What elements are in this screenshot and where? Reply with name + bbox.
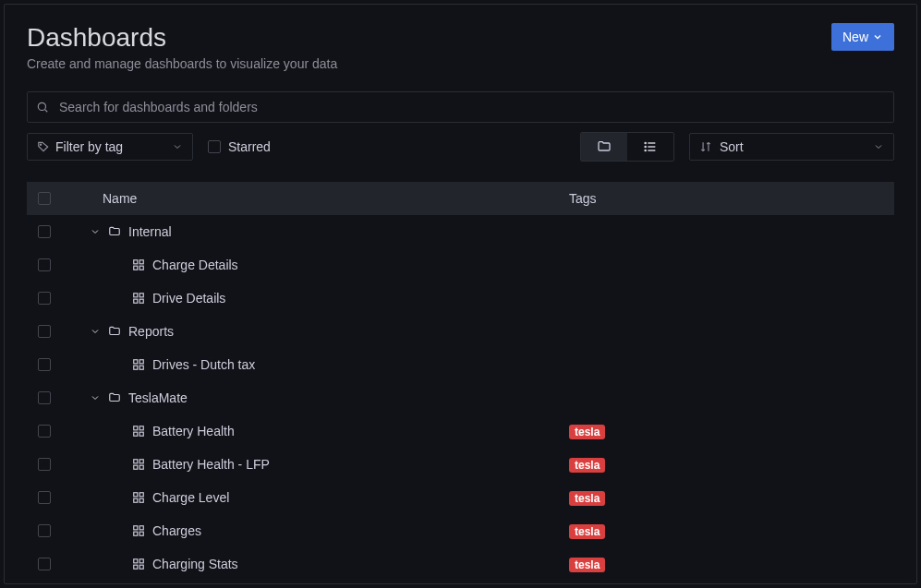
- row-tags: tesla: [569, 490, 883, 506]
- dashboard-icon: [132, 458, 145, 471]
- svg-rect-34: [139, 526, 143, 530]
- tag-badge[interactable]: tesla: [569, 491, 605, 506]
- svg-rect-35: [134, 532, 138, 535]
- row-label: Charging Stats: [152, 557, 238, 571]
- dashboard-row[interactable]: Drives - Dutch tax: [27, 348, 894, 381]
- svg-rect-24: [139, 432, 143, 436]
- dashboard-row[interactable]: Battery Health - LFPtesla: [27, 448, 894, 481]
- row-checkbox[interactable]: [38, 425, 51, 438]
- page-title: Dashboards: [27, 23, 166, 53]
- svg-rect-29: [134, 493, 138, 497]
- starred-checkbox[interactable]: [208, 140, 221, 153]
- svg-rect-26: [139, 460, 143, 463]
- svg-rect-40: [139, 565, 143, 569]
- folder-view-button[interactable]: [581, 133, 627, 161]
- sort-select[interactable]: Sort: [689, 133, 894, 161]
- dashboard-row[interactable]: Charging Statstesla: [27, 547, 894, 581]
- svg-rect-27: [134, 465, 138, 469]
- chevron-down-icon[interactable]: [90, 226, 101, 237]
- svg-rect-9: [134, 260, 138, 264]
- starred-label: Starred: [228, 139, 271, 154]
- dashboard-row[interactable]: Battery Healthtesla: [27, 414, 894, 448]
- view-toggle: [580, 132, 674, 162]
- filter-by-tag-label: Filter by tag: [55, 139, 123, 154]
- dashboard-rows: InternalCharge DetailsDrive DetailsRepor…: [27, 215, 894, 581]
- new-button-label: New: [842, 30, 868, 44]
- svg-rect-15: [134, 299, 138, 303]
- svg-rect-11: [134, 266, 138, 270]
- row-label: Battery Health: [152, 424, 235, 438]
- column-tags[interactable]: Tags: [569, 191, 883, 206]
- svg-point-7: [645, 146, 646, 147]
- row-checkbox[interactable]: [38, 458, 51, 471]
- tag-badge[interactable]: tesla: [569, 458, 605, 473]
- svg-rect-37: [134, 559, 138, 563]
- dashboard-row[interactable]: Charge Leveltesla: [27, 481, 894, 514]
- svg-point-2: [41, 144, 42, 145]
- row-checkbox[interactable]: [38, 292, 51, 305]
- svg-rect-30: [139, 493, 143, 497]
- column-name[interactable]: Name: [67, 191, 558, 206]
- row-checkbox[interactable]: [38, 491, 51, 504]
- dashboard-row[interactable]: Drive Details: [27, 282, 894, 315]
- dashboard-icon: [132, 358, 145, 371]
- dashboard-icon: [132, 258, 145, 271]
- search-icon: [36, 101, 49, 114]
- row-label: Charges: [152, 523, 201, 538]
- row-checkbox[interactable]: [38, 558, 51, 570]
- svg-rect-23: [134, 432, 138, 436]
- svg-rect-13: [134, 294, 138, 297]
- select-all-checkbox[interactable]: [38, 192, 51, 205]
- row-tags: tesla: [569, 457, 883, 473]
- svg-rect-25: [134, 460, 138, 463]
- table-header: Name Tags: [27, 182, 894, 215]
- search-input[interactable]: [27, 91, 894, 123]
- tag-badge[interactable]: tesla: [569, 524, 605, 539]
- folder-icon: [108, 225, 121, 238]
- row-label: Drive Details: [152, 291, 225, 306]
- svg-point-8: [645, 150, 646, 150]
- row-checkbox[interactable]: [38, 391, 51, 404]
- row-label: Reports: [128, 324, 174, 339]
- row-checkbox[interactable]: [38, 258, 51, 271]
- filter-by-tag-button[interactable]: Filter by tag: [27, 133, 193, 161]
- dashboard-icon: [132, 524, 145, 537]
- starred-filter[interactable]: Starred: [208, 139, 271, 154]
- folder-row[interactable]: Internal: [27, 215, 894, 248]
- chevron-down-icon[interactable]: [90, 326, 101, 337]
- row-label: Charge Details: [152, 258, 238, 272]
- dashboard-row[interactable]: Charge Details: [27, 248, 894, 282]
- tag-badge[interactable]: tesla: [569, 558, 605, 572]
- tag-badge[interactable]: tesla: [569, 425, 605, 439]
- svg-point-6: [645, 142, 646, 143]
- tag-icon: [37, 140, 50, 153]
- folder-icon: [597, 139, 612, 154]
- row-label: Battery Health - LFP: [152, 457, 270, 472]
- dashboard-row[interactable]: Chargestesla: [27, 514, 894, 547]
- row-checkbox[interactable]: [38, 225, 51, 238]
- list-view-button[interactable]: [627, 133, 673, 161]
- row-label: Drives - Dutch tax: [152, 357, 255, 372]
- row-label: TeslaMate: [128, 390, 188, 405]
- svg-rect-10: [139, 260, 143, 264]
- folder-row[interactable]: TeslaMate: [27, 381, 894, 414]
- folder-icon: [108, 391, 121, 404]
- list-icon: [643, 139, 658, 154]
- svg-rect-21: [134, 426, 138, 430]
- row-label: Internal: [128, 224, 172, 239]
- dashboard-icon: [132, 491, 145, 504]
- svg-rect-39: [134, 565, 138, 569]
- new-button[interactable]: New: [831, 23, 894, 51]
- dashboard-icon: [132, 558, 145, 570]
- page-subtitle: Create and manage dashboards to visualiz…: [27, 56, 894, 71]
- folder-icon: [108, 325, 121, 338]
- row-checkbox[interactable]: [38, 524, 51, 537]
- chevron-down-icon[interactable]: [90, 392, 101, 403]
- row-checkbox[interactable]: [38, 325, 51, 338]
- svg-rect-16: [139, 299, 143, 303]
- chevron-down-icon: [172, 141, 183, 152]
- folder-row[interactable]: Reports: [27, 315, 894, 348]
- svg-rect-17: [134, 360, 138, 364]
- svg-rect-12: [139, 266, 143, 270]
- row-checkbox[interactable]: [38, 358, 51, 371]
